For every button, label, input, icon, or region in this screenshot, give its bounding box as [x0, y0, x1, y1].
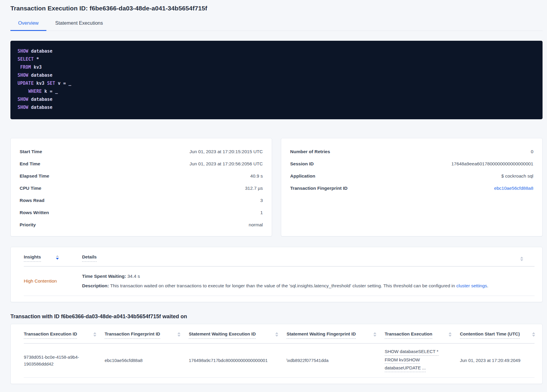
- waited-on-table-card: Transaction Execution ID Transaction Fin…: [10, 324, 543, 384]
- waited-on-heading: Transaction with ID f6be6366-da03-48de-a…: [10, 313, 543, 320]
- insights-header-sort: [520, 254, 535, 261]
- summary-row-number-of-retries: Number of Retries 0: [290, 145, 533, 158]
- summary-row-start-time: Start Time Jun 01, 2023 at 17:20:15:2015…: [20, 145, 263, 158]
- table-row-divider: [24, 377, 535, 378]
- column-label[interactable]: Transaction Execution ID: [24, 331, 77, 339]
- sql-line: SHOW database: [18, 47, 535, 55]
- summary-label: Rows Read: [20, 198, 45, 203]
- transaction-execution-link-line[interactable]: SHOW databaseSELECT *: [385, 349, 438, 356]
- sql-statements-box: SHOW databaseSELECT * FROM kv3SHOW datab…: [10, 41, 543, 119]
- sql-line: SHOW database: [18, 71, 535, 79]
- cell-transaction-execution: SHOW databaseSELECT * FROM kv3SHOW datab…: [385, 349, 460, 372]
- summary-label: Rows Written: [20, 210, 49, 215]
- tab-statement-executions[interactable]: Statement Executions: [48, 20, 111, 31]
- sort-up-arrow-icon: [373, 332, 376, 334]
- sql-line: SHOW database: [18, 95, 535, 104]
- column-header-transaction-execution: Transaction Execution: [385, 331, 460, 339]
- sort-icon[interactable]: [275, 332, 278, 337]
- sort-up-arrow-icon: [56, 255, 59, 257]
- summary-value: Jun 01, 2023 at 17:20:15:2015 UTC: [190, 149, 263, 154]
- insights-table-card: Insights Details High Contention Time Sp…: [10, 247, 543, 302]
- sort-icon[interactable]: [373, 332, 376, 337]
- sort-down-arrow-icon: [532, 335, 535, 337]
- column-label[interactable]: Transaction Execution: [385, 331, 432, 339]
- column-label[interactable]: Statement Waiting Fingerprint ID: [287, 331, 356, 339]
- summary-row-session-id: Session ID 17648a9eea6017800000000000000…: [290, 158, 533, 170]
- waited-on-table-row: 9738d051-bc0e-4158-a9b4-1903586ddd42 ebc…: [24, 344, 535, 377]
- sql-line: UPDATE kv3 SET v = _: [18, 79, 535, 87]
- column-header-transaction-execution-id: Transaction Execution ID: [24, 331, 105, 339]
- tab-overview[interactable]: Overview: [10, 20, 46, 31]
- sort-up-arrow-icon: [275, 332, 278, 334]
- summary-label: Application: [290, 173, 315, 179]
- insight-details: Time Spent Waiting: 34.4 s Description: …: [82, 273, 535, 289]
- column-label[interactable]: Transaction Fingerprint ID: [105, 331, 160, 339]
- waited-on-table-header: Transaction Execution ID Transaction Fin…: [24, 324, 535, 343]
- sort-down-arrow-icon: [93, 335, 96, 337]
- cell-transaction-fingerprint-id: ebc10ae56cfd88a8: [105, 357, 189, 364]
- column-header-transaction-fingerprint-id: Transaction Fingerprint ID: [105, 331, 189, 339]
- sort-up-arrow-icon: [520, 257, 523, 258]
- sort-icon[interactable]: [449, 332, 452, 337]
- summary-value: 0: [531, 149, 533, 154]
- summary-row-cpu-time: CPU Time 312.7 µs: [20, 182, 263, 194]
- sort-icon[interactable]: [520, 257, 523, 261]
- summary-value: 17648a9eea6017800000000000000001: [451, 161, 533, 167]
- details-column-label[interactable]: Details: [82, 254, 97, 262]
- summary-row-elapsed-time: Elapsed Time 40.9 s: [20, 170, 263, 182]
- sql-line: SHOW database: [18, 104, 535, 112]
- sql-line: FROM kv3: [18, 63, 535, 71]
- sql-line: SELECT *: [18, 55, 535, 63]
- sql-line: WHERE k = _: [18, 87, 535, 95]
- summary-label: Elapsed Time: [20, 173, 49, 179]
- sort-icon[interactable]: [56, 255, 59, 260]
- sort-down-arrow-icon: [275, 335, 278, 337]
- column-label[interactable]: Contention Start Time (UTC): [460, 331, 520, 339]
- sort-down-arrow-icon: [449, 335, 452, 337]
- summary-label: Priority: [20, 222, 36, 228]
- column-label[interactable]: Statement Waiting Execution ID: [189, 331, 256, 339]
- column-header-statement-waiting-fingerprint-id: Statement Waiting Fingerprint ID: [287, 331, 385, 339]
- description-period: .: [487, 283, 488, 288]
- summary-value: 312.7 µs: [245, 186, 263, 191]
- cell-contention-start-time: Jun 01, 2023 at 17:20:49:2049: [460, 357, 535, 364]
- sort-icon[interactable]: [177, 332, 180, 337]
- summary-row-priority: Priority normal: [20, 219, 263, 231]
- summary-label: CPU Time: [20, 186, 41, 191]
- summary-row-rows-read: Rows Read 3: [20, 194, 263, 206]
- transaction-execution-link-line[interactable]: databaseUPDATE ...: [385, 365, 426, 372]
- session-summary-card: Number of Retries 0 Session ID 17648a9ee…: [281, 138, 543, 236]
- sort-up-arrow-icon: [177, 332, 180, 334]
- description-label: Description:: [82, 283, 109, 288]
- sort-up-arrow-icon: [93, 332, 96, 334]
- transaction-fingerprint-link[interactable]: ebc10ae56cfd88a8: [494, 186, 533, 191]
- summary-value: 1: [260, 210, 263, 215]
- insights-column-label[interactable]: Insights: [24, 254, 41, 262]
- cluster-settings-link[interactable]: cluster settings: [456, 283, 487, 288]
- cell-transaction-execution-id: 9738d051-bc0e-4158-a9b4-1903586ddd42: [24, 354, 105, 368]
- summary-value: 40.9 s: [250, 173, 263, 179]
- summary-row-application: Application $ cockroach sql: [290, 170, 533, 182]
- sort-up-arrow-icon: [532, 332, 535, 334]
- transaction-execution-link-line[interactable]: FROM kv3SHOW: [385, 357, 420, 364]
- column-header-statement-waiting-execution-id: Statement Waiting Execution ID: [189, 331, 287, 339]
- sort-down-arrow-icon: [177, 335, 180, 337]
- cell-statement-waiting-execution-id: 176498a9c717bdc80000000000000001: [189, 357, 287, 364]
- time-spent-waiting: Time Spent Waiting: 34.4 s: [82, 273, 535, 280]
- time-spent-waiting-label: Time Spent Waiting:: [82, 274, 126, 279]
- transaction-details-page: Transaction Execution ID: f6be6366-da03-…: [0, 0, 547, 384]
- time-spent-waiting-value: 34.4 s: [126, 274, 140, 279]
- insight-row: High Contention Time Spent Waiting: 34.4…: [24, 266, 535, 296]
- sort-icon[interactable]: [532, 332, 535, 337]
- summary-label: Transaction Fingerprint ID: [290, 186, 348, 191]
- summary-value: Jun 01, 2023 at 17:20:56:2056 UTC: [190, 161, 263, 167]
- sort-down-arrow-icon: [56, 258, 59, 260]
- summary-label: Session ID: [290, 161, 314, 167]
- description-text: This transaction waited on other transac…: [109, 283, 456, 288]
- sort-icon[interactable]: [93, 332, 96, 337]
- insights-table-header: Insights Details: [24, 247, 535, 266]
- cell-statement-waiting-fingerprint-id: \xdb8922f077541dda: [287, 357, 385, 364]
- sort-up-arrow-icon: [449, 332, 452, 334]
- insight-description: Description: This transaction waited on …: [82, 283, 535, 289]
- summary-value: 3: [260, 198, 263, 203]
